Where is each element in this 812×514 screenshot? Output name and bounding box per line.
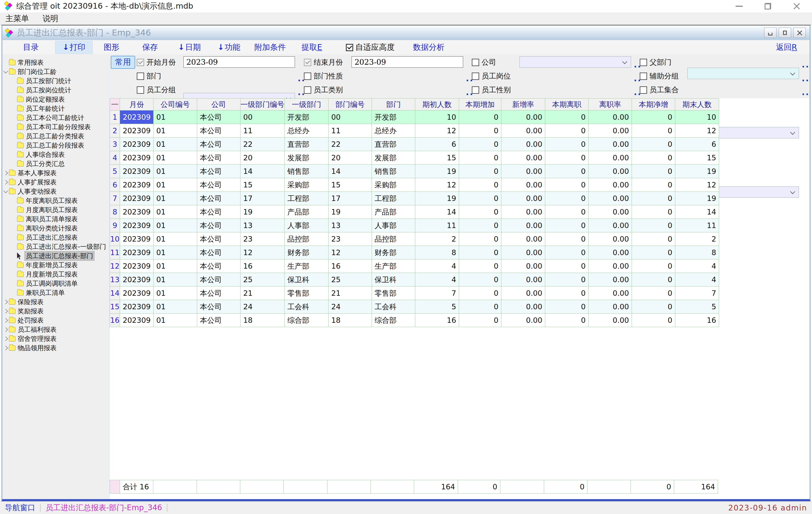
- filter-checkbox-2-0[interactable]: 员工分组: [137, 84, 176, 96]
- table-cell[interactable]: 0: [459, 300, 501, 314]
- data-analysis-button[interactable]: 数据分析: [413, 42, 444, 53]
- table-cell[interactable]: 综合部: [372, 314, 415, 327]
- sidebar-item[interactable]: 员工福利报表: [2, 325, 109, 334]
- table-cell[interactable]: 销售部: [285, 165, 328, 178]
- table-cell[interactable]: 23: [328, 232, 372, 246]
- sidebar-item[interactable]: 员工分类汇总: [2, 159, 109, 168]
- table-cell[interactable]: 0: [545, 314, 588, 327]
- table-cell[interactable]: 202309: [120, 232, 153, 246]
- table-cell[interactable]: 21: [328, 287, 372, 300]
- table-cell[interactable]: 0: [632, 287, 675, 300]
- toolbar-item-7[interactable]: 提取E: [301, 42, 322, 53]
- table-cell[interactable]: 本公司: [197, 165, 240, 178]
- table-cell[interactable]: 01: [153, 287, 197, 300]
- restore-button[interactable]: [763, 2, 773, 11]
- table-cell[interactable]: 0: [459, 314, 501, 327]
- table-cell[interactable]: 20: [328, 151, 372, 165]
- table-cell[interactable]: 销售部: [372, 165, 415, 178]
- inner-close-button[interactable]: [793, 28, 806, 38]
- chevron-down-icon[interactable]: [3, 69, 8, 74]
- table-cell[interactable]: 01: [153, 205, 197, 219]
- table-cell[interactable]: 12: [328, 246, 372, 259]
- table-cell[interactable]: 0: [545, 111, 588, 124]
- table-cell[interactable]: 财务部: [372, 246, 415, 259]
- table-cell[interactable]: 18: [240, 314, 285, 327]
- table-cell[interactable]: 本公司: [197, 246, 240, 259]
- table-cell[interactable]: 0: [459, 124, 501, 138]
- table-cell[interactable]: 0: [459, 111, 501, 124]
- table-cell[interactable]: 0: [459, 232, 501, 246]
- toolbar-item-4[interactable]: ↓日期: [178, 42, 201, 53]
- table-cell[interactable]: 0.00: [501, 178, 545, 192]
- table-cell[interactable]: 0: [545, 287, 588, 300]
- table-cell[interactable]: 人事部: [285, 219, 328, 232]
- table-cell[interactable]: 0: [632, 111, 675, 124]
- table-cell[interactable]: 4: [675, 273, 719, 287]
- table-cell[interactable]: 0.00: [501, 259, 545, 273]
- sidebar-item[interactable]: 物品领用报表: [2, 343, 109, 352]
- table-cell[interactable]: 0: [632, 246, 675, 259]
- table-cell[interactable]: 5: [415, 300, 459, 314]
- chevron-right-icon[interactable]: [3, 318, 8, 323]
- table-cell[interactable]: 8: [675, 246, 719, 259]
- filter-checkbox-0-3[interactable]: 父部门: [640, 56, 671, 68]
- sidebar-item[interactable]: 员工总工龄分类报表: [2, 132, 109, 141]
- sidebar-item[interactable]: 保险报表: [2, 297, 109, 307]
- table-cell[interactable]: 202309: [120, 111, 153, 124]
- table-cell[interactable]: 生产部: [285, 259, 328, 273]
- sidebar-item[interactable]: 员工年龄统计: [2, 104, 109, 113]
- table-cell[interactable]: 0: [545, 300, 588, 314]
- browse-button[interactable]: ..: [802, 72, 810, 84]
- sidebar-item[interactable]: 员工调岗调职清单: [2, 279, 109, 288]
- table-cell[interactable]: 0.00: [501, 314, 545, 327]
- table-cell[interactable]: 202309: [120, 151, 153, 165]
- table-cell[interactable]: 0: [459, 138, 501, 151]
- sidebar-item[interactable]: 基本人事报表: [2, 168, 109, 178]
- table-cell[interactable]: 17: [240, 192, 285, 205]
- table-cell[interactable]: 0: [545, 138, 588, 151]
- table-cell[interactable]: 0.00: [588, 151, 632, 165]
- filter-checkbox-2-2[interactable]: 员工性别: [472, 84, 511, 96]
- table-cell[interactable]: 0: [459, 273, 501, 287]
- table-cell[interactable]: 2: [415, 232, 459, 246]
- table-cell[interactable]: 0.00: [501, 111, 545, 124]
- table-cell[interactable]: 202309: [120, 165, 153, 178]
- chevron-right-icon[interactable]: [3, 180, 8, 185]
- table-cell[interactable]: 00: [328, 111, 372, 124]
- table-cell[interactable]: 01: [153, 165, 197, 178]
- table-cell[interactable]: 0: [632, 124, 675, 138]
- table-cell[interactable]: 14: [328, 165, 372, 178]
- table-cell[interactable]: 本公司: [197, 232, 240, 246]
- table-cell[interactable]: 本公司: [197, 124, 240, 138]
- table-cell[interactable]: 01: [153, 111, 197, 124]
- table-cell[interactable]: 202309: [120, 124, 153, 138]
- table-cell[interactable]: 01: [153, 246, 197, 259]
- table-cell[interactable]: 0: [459, 165, 501, 178]
- table-cell[interactable]: 本公司: [197, 151, 240, 165]
- table-cell[interactable]: 发展部: [372, 151, 415, 165]
- table-cell[interactable]: 0.00: [588, 314, 632, 327]
- table-cell[interactable]: 0.00: [501, 273, 545, 287]
- sidebar-item[interactable]: 月度新增员工报表: [2, 270, 109, 279]
- filter-checkbox-0-2[interactable]: 公司: [472, 56, 496, 68]
- table-cell[interactable]: 13: [240, 219, 285, 232]
- minimize-button[interactable]: [734, 2, 744, 11]
- table-cell[interactable]: 0.00: [501, 124, 545, 138]
- table-cell[interactable]: 10: [415, 111, 459, 124]
- table-cell[interactable]: 202309: [120, 273, 153, 287]
- table-cell[interactable]: 0: [459, 219, 501, 232]
- table-cell[interactable]: 0: [632, 192, 675, 205]
- table-cell[interactable]: 零售部: [372, 287, 415, 300]
- table-cell[interactable]: 0: [459, 178, 501, 192]
- table-cell[interactable]: 0.00: [588, 165, 632, 178]
- table-cell[interactable]: 0: [459, 287, 501, 300]
- filter-checkbox-1-1[interactable]: 部门性质: [304, 70, 343, 82]
- menu-main[interactable]: 主菜单: [5, 13, 29, 24]
- table-cell[interactable]: 本公司: [197, 192, 240, 205]
- table-cell[interactable]: 20: [240, 151, 285, 165]
- table-cell[interactable]: 01: [153, 314, 197, 327]
- table-cell[interactable]: 6: [675, 138, 719, 151]
- table-cell[interactable]: 14: [240, 165, 285, 178]
- table-cell[interactable]: 202309: [120, 287, 153, 300]
- table-cell[interactable]: 202309: [120, 300, 153, 314]
